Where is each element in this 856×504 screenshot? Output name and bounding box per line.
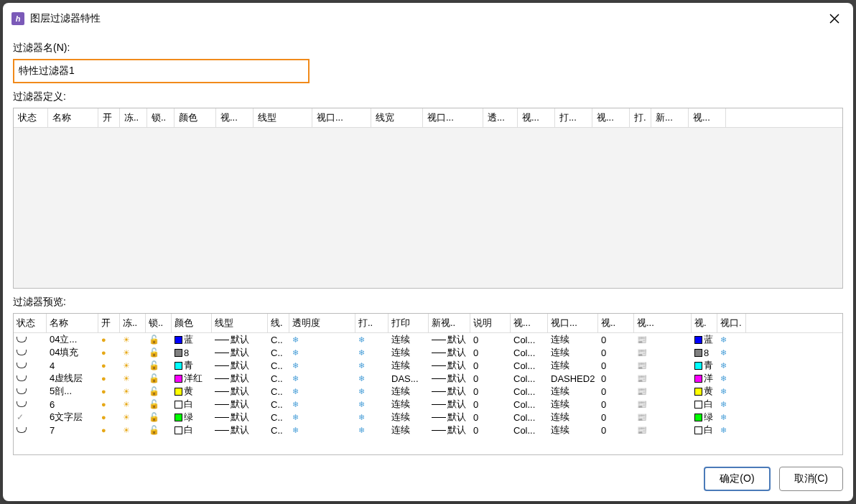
newvp-cell: 默认 (429, 346, 470, 359)
def-col-header[interactable]: 冻.. (120, 108, 147, 127)
vp2-cell: 连续 (548, 398, 598, 411)
print-cell: 连续 (389, 424, 429, 437)
preview-col-header[interactable]: 线型 (212, 314, 268, 332)
lock-icon: 🔓 (149, 425, 159, 435)
lightbulb-icon: ● (101, 426, 106, 434)
preview-col-header[interactable]: 视. (692, 314, 717, 332)
trans-cell: ❄ (289, 335, 355, 345)
preview-col-header[interactable]: 锁.. (146, 314, 172, 332)
on-cell: ● (98, 400, 120, 409)
vp1-cell: Col... (511, 386, 548, 397)
preview-col-header[interactable]: 视口. (717, 314, 746, 332)
line-icon (215, 404, 229, 405)
lightbulb-icon: ● (101, 387, 106, 396)
status-cell: ✓ (14, 412, 47, 422)
preview-col-header[interactable]: 透明度 (289, 314, 355, 332)
newvp-cell: 默认 (429, 411, 470, 424)
color-cell: 白 (172, 424, 212, 437)
trans-cell: ❄ (289, 374, 355, 383)
table-row[interactable]: 4虚线层●☀🔓 洋红 默认C..❄❄DAS... 默认0Col...DASHED… (14, 372, 842, 385)
def-col-header[interactable]: 视... (518, 108, 555, 127)
preview-col-header[interactable]: 视... (634, 314, 692, 332)
preview-col-header[interactable]: 状态 (14, 314, 47, 332)
app-icon: h (11, 12, 24, 25)
preview-col-header[interactable]: 视口... (548, 314, 598, 332)
def-col-header[interactable]: 透... (483, 108, 518, 127)
color-cell: 蓝 (172, 333, 212, 346)
def-col-header[interactable]: 打. (630, 108, 651, 127)
def-col-header[interactable]: 打... (555, 108, 592, 127)
def-col-header[interactable]: 锁.. (147, 108, 175, 127)
close-button[interactable] (824, 9, 845, 29)
preview-col-header[interactable]: 开 (98, 314, 120, 332)
table-row[interactable]: 6●☀🔓 白 默认C..❄❄连续 默认0Col...连续0📰 白❄ (14, 398, 842, 411)
freeze-icon: ❄ (358, 348, 365, 358)
filter-name-input[interactable] (13, 59, 310, 83)
preview-col-header[interactable]: 视.. (598, 314, 634, 332)
table-row[interactable]: ✓6文字层●☀🔓 绿 默认C..❄❄连续 默认0Col...连续0📰 绿❄ (14, 411, 842, 424)
def-col-header[interactable]: 视... (592, 108, 630, 127)
line-icon (432, 404, 446, 405)
table-row[interactable]: 5剖...●☀🔓 黄 默认C..❄❄连续 默认0Col...连续0📰 黄❄ (14, 385, 842, 398)
freeze-icon: ❄ (292, 335, 299, 345)
vp1-cell: Col... (511, 373, 548, 384)
linetype-cell: 默认 (212, 333, 268, 346)
sun-icon: ☀ (123, 348, 130, 358)
table-row[interactable]: 7●☀🔓 白 默认C..❄❄连续 默认0Col...连续0📰 白❄ (14, 424, 842, 437)
preview-col-header[interactable]: 视... (511, 314, 548, 332)
def-col-header[interactable]: 开 (98, 108, 120, 127)
preview-col-header[interactable]: 冻.. (120, 314, 146, 332)
lock-cell: 🔓 (146, 373, 172, 383)
vp3-cell: 0 (598, 360, 634, 371)
freeze-cell: ☀ (120, 348, 146, 358)
table-row[interactable]: 4●☀🔓 青 默认C..❄❄连续 默认0Col...连续0📰 青❄ (14, 359, 842, 372)
on-cell: ● (98, 387, 120, 396)
def-col-header[interactable]: 视... (216, 108, 253, 127)
preview-col-header[interactable]: 颜色 (172, 314, 212, 332)
on-cell: ● (98, 361, 120, 370)
def-col-header[interactable]: 线型 (253, 108, 312, 127)
linetype-cell: 默认 (212, 372, 268, 385)
cancel-button[interactable]: 取消(C) (779, 467, 843, 491)
dialog: h 图层过滤器特性 过滤器名(N): 过滤器定义: 状态名称开冻..锁..颜色视… (3, 3, 853, 501)
vp1-cell: Col... (511, 399, 548, 410)
def-col-header[interactable]: 视口... (423, 108, 483, 127)
ok-button[interactable]: 确定(O) (704, 467, 770, 491)
preview-col-header[interactable]: 名称 (47, 314, 98, 332)
sun-icon: ☀ (123, 361, 130, 370)
preview-col-header[interactable]: 线. (268, 314, 289, 332)
color-swatch (694, 336, 702, 344)
vp3-cell: 0 (598, 335, 634, 345)
freeze-icon: ❄ (720, 426, 727, 435)
print-cell: 连续 (389, 346, 429, 359)
preview-body[interactable]: 04立...●☀🔓 蓝 默认C..❄❄连续 默认0Col...连续0📰 蓝❄04… (14, 333, 842, 454)
preview-col-header[interactable]: 新视.. (429, 314, 470, 332)
def-col-header[interactable]: 视口... (312, 108, 371, 127)
def-col-header[interactable]: 线宽 (371, 108, 423, 127)
lightbulb-icon: ● (101, 335, 106, 344)
table-row[interactable]: 04填充●☀🔓 8 默认C..❄❄连续 默认0Col...连续0📰 8❄ (14, 346, 842, 359)
freeze-icon: ❄ (358, 374, 365, 383)
vp2-cell: 连续 (548, 411, 598, 424)
def-body[interactable] (14, 128, 842, 288)
table-row[interactable]: 04立...●☀🔓 蓝 默认C..❄❄连续 默认0Col...连续0📰 蓝❄ (14, 333, 842, 346)
line-icon (215, 353, 229, 353)
sun-icon: ☀ (123, 374, 130, 383)
def-col-header[interactable]: 新... (651, 108, 689, 127)
filter-def-label: 过滤器定义: (13, 90, 843, 103)
freeze-icon: ❄ (358, 335, 365, 345)
lineweight-cell: C.. (268, 399, 289, 410)
preview-col-header[interactable]: 打印 (389, 314, 429, 332)
freeze-icon: ❄ (720, 413, 727, 422)
def-col-header[interactable]: 状态 (14, 108, 48, 127)
newvp-cell: 默认 (429, 372, 470, 385)
def-col-header[interactable]: 视... (689, 108, 726, 127)
preview-col-header[interactable]: 说明 (470, 314, 511, 332)
preview-col-header[interactable]: 打.. (355, 314, 389, 332)
def-col-header[interactable]: 颜色 (175, 108, 216, 127)
newvp-cell: 默认 (429, 333, 470, 346)
def-col-header[interactable]: 名称 (48, 108, 98, 127)
freeze-icon: ❄ (720, 400, 727, 409)
freeze-icon: ❄ (358, 413, 365, 422)
sun-icon: ☀ (123, 335, 130, 345)
